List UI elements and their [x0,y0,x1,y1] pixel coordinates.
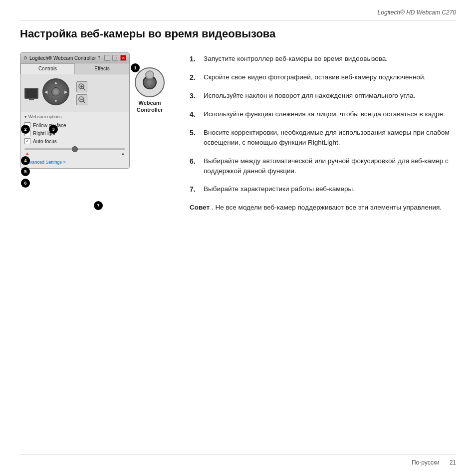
close-button[interactable]: ✕ [120,55,126,61]
footer: По-русски 21 [412,459,456,466]
step-1-number: 1. [190,54,204,64]
step-2: 2. Скройте свое видео фотографией, остав… [190,72,456,83]
option-follow-face-row: Follow my face [24,121,125,129]
step-3-text: Используйте наклон и поворот для нахожде… [204,91,415,101]
dpad-right-arrow: ▶ [64,90,67,94]
minimize-button[interactable]: _ [104,55,110,61]
badge-4: 4 [21,156,30,165]
tip-section: Совет . Не все модели веб-камер поддержи… [190,203,456,213]
tab-effects[interactable]: Effects [75,63,129,74]
window-titlebar: ⊙ Logitech® Webcam Controller ? _ □ ✕ [20,53,129,63]
step-1-text: Запустите контроллер веб-камеры во время… [204,54,388,64]
tab-controls[interactable]: Controls [20,63,75,74]
focus-slider-row: 🔺 ▲ [24,145,125,158]
step-3: 3. Используйте наклон и поворот для нахо… [190,91,456,101]
maximize-button[interactable]: □ [112,55,118,61]
option-rightlight-row: ✓ RightLight [24,129,125,137]
window-help-icon: ? [98,55,100,60]
steps-list: 1. Запустите контроллер веб-камеры во вр… [190,54,456,195]
window-logo-icon: ⊙ [23,55,27,60]
window-and-icon-container: ⊙ Logitech® Webcam Controller ? _ □ ✕ Co… [20,52,175,169]
options-chevron-icon: ▾ [24,114,27,119]
footer-language: По-русски [412,459,440,466]
webcam-icon-label: WebcamController [137,99,163,114]
step-1: 1. Запустите контроллер веб-камеры во вр… [190,54,456,64]
autofocus-label: Auto-focus [33,139,57,144]
step-6-number: 6. [190,156,204,177]
badge-5: 5 [21,167,30,176]
step-5-text: Вносите корректировки, необходимые для и… [204,128,456,148]
slider-min-icon: 🔺 [24,151,30,156]
window-controls: _ □ ✕ [104,55,126,61]
step-7: 7. Выбирайте характеристики работы веб-к… [190,184,456,195]
product-text: HD Webcam C270 [406,9,456,16]
footer-page-number: 21 [450,459,456,466]
step-5: 5. Вносите корректировки, необходимые дл… [190,128,456,148]
top-divider [20,20,456,20]
options-title: ▾ Webcam options [24,114,125,119]
dpad-container: ▲ ▼ ◀ ▶ [42,78,72,108]
options-title-text: Webcam options [28,114,62,119]
step-6-text: Выбирайте между автоматической или ручно… [204,156,456,177]
zoom-out-button[interactable] [76,94,87,105]
tip-text: . Не все модели веб-камер поддерживают в… [212,203,442,213]
slider-max-icon: ▲ [121,151,125,156]
focus-slider-thumb[interactable] [72,146,78,152]
step-2-number: 2. [190,72,204,83]
dpad-up-arrow: ▲ [54,80,58,85]
footer-divider [20,455,456,455]
tip-label: Совет [190,203,210,213]
step-7-text: Выбирайте характеристики работы веб-каме… [204,184,355,195]
zoom-in-button[interactable] [76,81,87,92]
option-autofocus-row: ✓ Auto-focus [24,137,125,145]
step-4: 4. Используйте функцию слежения за лицом… [190,109,456,120]
step-3-number: 3. [190,91,204,101]
autofocus-checkbox[interactable]: ✓ [24,138,30,144]
window-title-text: ⊙ Logitech® Webcam Controller ? [23,55,100,61]
webcam-controller-window: ⊙ Logitech® Webcam Controller ? _ □ ✕ Co… [20,52,130,169]
controls-area: ▲ ▼ ◀ ▶ [20,74,129,112]
badge-7: 7 [94,201,103,210]
page-title: Настройка веб-камеры во время видеовызов… [20,27,275,40]
step-2-text: Скройте свое видео фотографией, оставив … [204,72,426,83]
step-4-number: 4. [190,109,204,120]
left-panel: ⊙ Logitech® Webcam Controller ? _ □ ✕ Co… [20,52,175,169]
webcam-icon-area: 1 WebcamController [135,52,165,114]
badge-2: 2 [21,125,30,134]
webcam-options-section: ▾ Webcam options Follow my face ✓ RightL… [20,112,129,168]
step-5-number: 5. [190,128,204,148]
dpad-left-arrow: ◀ [44,90,47,94]
step-4-text: Используйте функцию слежения за лицом, ч… [204,109,445,120]
webcam-icon-top [145,70,154,79]
monitor-icon [24,88,38,99]
svg-line-3 [83,88,85,90]
brand-text: Logitech® [378,9,405,16]
badge-1: 1 [131,63,140,72]
right-content: 1. Запустите контроллер веб-камеры во вр… [190,54,456,213]
page-header: Logitech® HD Webcam C270 [378,9,456,16]
window-title-label: Logitech® Webcam Controller [29,55,96,61]
window-tabs: Controls Effects [20,63,129,74]
badge-3: 3 [49,125,58,134]
focus-slider-track[interactable] [24,148,125,150]
svg-line-6 [83,101,85,103]
step-6: 6. Выбирайте между автоматической или ру… [190,156,456,177]
dpad-circle[interactable]: ▲ ▼ ◀ ▶ [42,78,69,105]
zoom-controls [76,81,87,105]
step-7-number: 7. [190,184,204,195]
badge-6: 6 [21,179,30,188]
dpad-down-arrow: ▼ [54,99,58,103]
webcam-icon-circle [135,67,165,97]
webcam-icon-wrapper: 1 [135,67,165,97]
advanced-settings-link[interactable]: Advanced Settings > [24,158,125,166]
dpad-arrows: ▲ ▼ ◀ ▶ [43,79,68,104]
